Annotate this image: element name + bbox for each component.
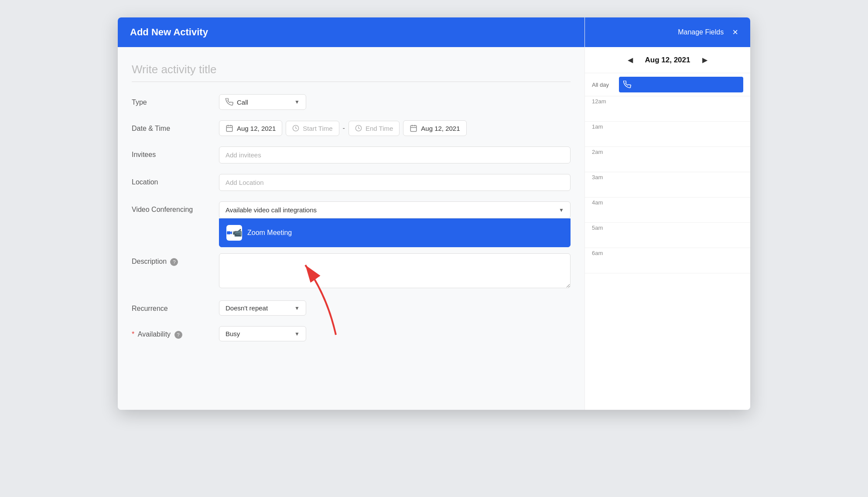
video-placeholder: Available video call integrations: [226, 206, 317, 214]
description-help-icon[interactable]: ?: [170, 258, 178, 266]
availability-label: * Availability ?: [132, 326, 219, 339]
time-label-3am: 3am: [592, 172, 614, 180]
video-label: Video Conferencing: [132, 201, 219, 214]
availability-dropdown[interactable]: Busy ▼: [219, 326, 306, 341]
clock-end-icon: [355, 125, 362, 132]
call-icon: [226, 98, 233, 106]
modal-left-panel: Add New Activity Type Call: [118, 17, 584, 410]
right-header: Manage Fields ×: [585, 17, 750, 47]
availability-help-icon[interactable]: ?: [174, 331, 182, 339]
start-time-field[interactable]: Start Time: [286, 121, 339, 136]
calendar-prev-icon[interactable]: ◀: [624, 54, 636, 66]
calendar-icon: [226, 124, 233, 132]
recurrence-label: Recurrence: [132, 300, 219, 313]
time-slot-1am: 1am: [585, 122, 750, 147]
time-slot-12am: 12am: [585, 96, 750, 122]
all-day-event: [619, 77, 743, 92]
video-control: Available video call integrations ▼: [219, 201, 571, 218]
time-slot-5am: 5am: [585, 223, 750, 248]
time-slot-2am: 2am: [585, 147, 750, 172]
manage-fields-button[interactable]: Manage Fields: [678, 28, 724, 36]
time-separator: -: [343, 124, 345, 132]
video-chevron-down-icon: ▼: [559, 207, 564, 213]
calendar-next-icon[interactable]: ▶: [699, 54, 711, 66]
datetime-row: Date & Time Aug 12, 2021: [132, 120, 571, 136]
recurrence-chevron-down-icon: ▼: [294, 305, 300, 311]
invitees-input[interactable]: [219, 146, 571, 163]
modal-right-panel: Manage Fields × ◀ Aug 12, 2021 ▶ All day…: [584, 17, 750, 410]
datetime-control: Aug 12, 2021 Start Time -: [219, 120, 571, 136]
zoom-dropdown-menu: 📹 Zoom Meeting: [219, 218, 571, 247]
location-row: Location: [132, 174, 571, 191]
time-slot-3am: 3am: [585, 172, 750, 197]
video-row: Video Conferencing Available video call …: [132, 201, 571, 218]
location-control: [219, 174, 571, 191]
type-dropdown-inner: Call: [226, 98, 248, 106]
end-date-field[interactable]: Aug 12, 2021: [403, 120, 466, 136]
add-activity-modal: Add New Activity Type Call: [118, 17, 750, 410]
start-time-placeholder: Start Time: [303, 125, 332, 132]
time-label-6am: 6am: [592, 248, 614, 256]
zoom-label: Zoom Meeting: [247, 229, 292, 237]
type-value: Call: [237, 99, 248, 106]
modal-title: Add New Activity: [130, 27, 208, 38]
all-day-label: All day: [592, 82, 614, 88]
availability-value: Busy: [226, 330, 240, 337]
start-date-field[interactable]: Aug 12, 2021: [219, 120, 282, 136]
datetime-fields: Aug 12, 2021 Start Time -: [219, 120, 571, 136]
recurrence-control: Doesn't repeat ▼: [219, 300, 571, 316]
invitees-label: Invitees: [132, 146, 219, 159]
description-control: [219, 253, 571, 290]
availability-chevron-down-icon: ▼: [294, 331, 300, 337]
time-slots-container: 12am 1am 2am 3am 4am: [585, 96, 750, 410]
availability-row: * Availability ? Busy ▼: [132, 326, 571, 341]
calendar-end-icon: [410, 124, 417, 132]
time-slot-4am: 4am: [585, 197, 750, 223]
svg-rect-6: [411, 126, 417, 132]
end-date-value: Aug 12, 2021: [421, 125, 460, 132]
calendar-date-title: Aug 12, 2021: [645, 56, 690, 65]
description-row: Description ?: [132, 253, 571, 290]
zoom-icon: 📹: [226, 225, 242, 241]
modal-overlay: Add New Activity Type Call: [0, 0, 868, 497]
time-label-12am: 12am: [592, 96, 614, 105]
description-input[interactable]: [219, 253, 571, 288]
type-chevron-down-icon: ▼: [294, 99, 300, 105]
clock-start-icon: [292, 125, 299, 132]
invitees-row: Invitees: [132, 146, 571, 163]
modal-header: Add New Activity: [118, 17, 584, 47]
recurrence-row: Recurrence Doesn't repeat ▼: [132, 300, 571, 316]
close-button[interactable]: ×: [732, 27, 738, 37]
type-dropdown[interactable]: Call ▼: [219, 94, 306, 110]
time-label-4am: 4am: [592, 197, 614, 206]
time-label-5am: 5am: [592, 223, 614, 231]
time-slot-6am: 6am: [585, 248, 750, 273]
datetime-label: Date & Time: [132, 120, 219, 133]
activity-title-input[interactable]: [132, 59, 571, 82]
svg-rect-0: [226, 126, 232, 132]
all-day-phone-icon: [623, 81, 631, 89]
video-dropdown[interactable]: Available video call integrations ▼: [219, 201, 571, 218]
type-label: Type: [132, 94, 219, 106]
end-time-placeholder: End Time: [366, 125, 393, 132]
end-time-field[interactable]: End Time: [349, 121, 400, 136]
time-label-1am: 1am: [592, 122, 614, 130]
start-date-value: Aug 12, 2021: [237, 125, 276, 132]
type-row: Type Call ▼: [132, 94, 571, 110]
location-input[interactable]: [219, 174, 571, 191]
modal-body: Type Call ▼: [118, 47, 584, 410]
svg-marker-11: [230, 231, 232, 235]
zoom-meeting-option[interactable]: 📹 Zoom Meeting: [219, 219, 570, 247]
description-label: Description ?: [132, 253, 219, 266]
calendar-nav: ◀ Aug 12, 2021 ▶: [585, 47, 750, 73]
location-label: Location: [132, 174, 219, 186]
all-day-row: All day: [585, 73, 750, 96]
invitees-control: [219, 146, 571, 163]
time-label-2am: 2am: [592, 147, 614, 155]
recurrence-dropdown[interactable]: Doesn't repeat ▼: [219, 300, 306, 316]
type-control: Call ▼: [219, 94, 571, 110]
availability-control: Busy ▼: [219, 326, 571, 341]
required-marker: *: [132, 330, 134, 338]
recurrence-value: Doesn't repeat: [226, 304, 268, 312]
